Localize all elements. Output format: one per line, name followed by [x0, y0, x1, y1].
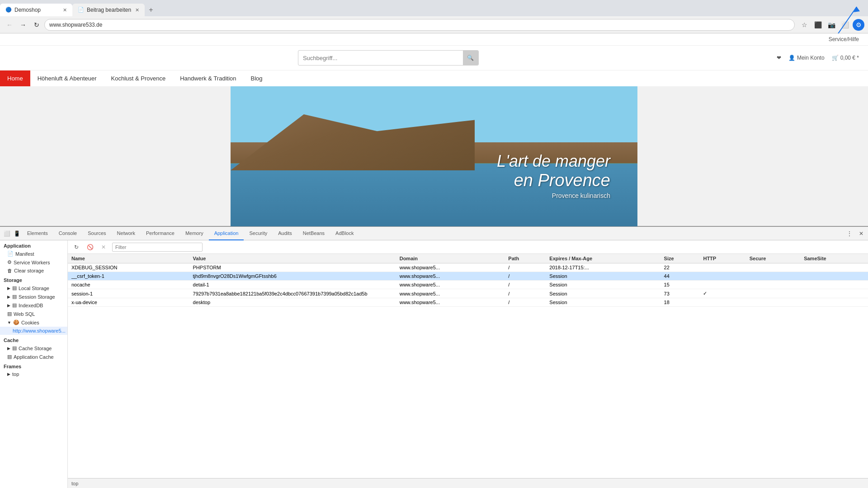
tab-beitrag[interactable]: 📄 Beitrag bearbeiten ✕ — [72, 4, 145, 16]
table-row[interactable]: XDEBUG_SESSIONPHPSTORMwww.shopware5.../2… — [68, 263, 868, 272]
table-row[interactable]: session-179297b7931ea8abbe182121ba5f039e… — [68, 289, 868, 298]
col-size[interactable]: Size — [660, 254, 700, 263]
nav-kochlust[interactable]: Kochlust & Provence — [104, 70, 173, 86]
status-text: top — [71, 481, 78, 486]
tab-performance[interactable]: Performance — [141, 227, 180, 240]
nav-blog[interactable]: Blog — [243, 70, 269, 86]
search-input[interactable] — [298, 55, 463, 61]
sidebar-app-cache[interactable]: ▤ Application Cache — [0, 352, 67, 361]
sidebar-service-workers[interactable]: ⚙ Service Workers — [0, 258, 67, 267]
table-row[interactable]: __csrf_token-1tjhd9m8nvgrO28Ds1WwfgmGFts… — [68, 272, 868, 281]
extension-icon-1[interactable]: ⬛ — [812, 19, 824, 31]
table-cell: PHPSTORM — [189, 263, 396, 272]
back-button[interactable]: ← — [4, 19, 15, 31]
bookmark-icon[interactable]: ☆ — [798, 19, 810, 31]
sidebar-websql[interactable]: ▤ Web SQL — [0, 310, 67, 318]
tab-memory[interactable]: Memory — [180, 227, 209, 240]
reload-button[interactable]: ↻ — [31, 19, 42, 31]
table-row[interactable]: nocachedetail-1www.shopware5.../Session1… — [68, 281, 868, 289]
sidebar-manifest[interactable]: 📄 Manifest — [0, 249, 67, 258]
devtools-more-icon[interactable]: ⋮ — [844, 229, 854, 239]
page-content: Service/Hilfe 🔍 ❤ 👤 Mein Konto 🛒 0,00 € … — [0, 33, 868, 259]
browser-toolbar: ← → ↻ www.shopware533.de ☆ ⬛ 📷 ⬜ ⚙ — [0, 16, 868, 33]
col-secure[interactable]: Secure — [746, 254, 800, 263]
tab-audits[interactable]: Audits — [273, 227, 297, 240]
tab-demoshop[interactable]: 🔵 Demoshop ✕ — [0, 4, 72, 16]
tab-security[interactable]: Security — [244, 227, 273, 240]
sidebar-service-workers-label: Service Workers — [14, 260, 50, 265]
tab-close-beitrag[interactable]: ✕ — [135, 7, 139, 13]
nav-bar: Home Höhenluft & Abenteuer Kochlust & Pr… — [0, 70, 868, 86]
table-cell: www.shopware5... — [396, 263, 505, 272]
sidebar-indexeddb[interactable]: ▶ ▤ IndexedDB — [0, 301, 67, 310]
hero-text: L'art de manger en Provence Provence kul… — [497, 152, 610, 199]
session-storage-icon: ▤ — [12, 294, 17, 300]
tab-elements[interactable]: Elements — [22, 227, 53, 240]
table-cell: / — [505, 298, 546, 307]
cache-storage-icon: ▤ — [12, 345, 17, 351]
table-cell — [800, 298, 868, 307]
col-expires[interactable]: Expires / Max-Age — [546, 254, 660, 263]
tab-close-demoshop[interactable]: ✕ — [63, 7, 67, 13]
col-path[interactable]: Path — [505, 254, 546, 263]
section-label-application: Application — [0, 240, 67, 249]
table-cell: ✓ — [699, 289, 745, 298]
table-cell — [746, 281, 800, 289]
tab-network[interactable]: Network — [112, 227, 141, 240]
col-domain[interactable]: Domain — [396, 254, 505, 263]
table-cell: 73 — [660, 289, 700, 298]
devtools-device-icon[interactable]: 📱 — [12, 229, 22, 239]
sidebar-local-storage[interactable]: ▶ ▤ Local Storage — [0, 284, 67, 292]
forward-button[interactable]: → — [17, 19, 29, 31]
tab-application[interactable]: Application — [209, 227, 244, 240]
filter-input[interactable] — [112, 243, 203, 252]
col-http[interactable]: HTTP — [699, 254, 745, 263]
cookies-expand-icon: ▼ — [7, 320, 11, 325]
search-button[interactable]: 🔍 — [463, 50, 478, 66]
table-cell: 2018-12-17T15:... — [546, 263, 660, 272]
col-name[interactable]: Name — [68, 254, 189, 263]
tab-sources[interactable]: Sources — [82, 227, 111, 240]
sidebar-clear-storage[interactable]: 🗑 Clear storage — [0, 267, 67, 275]
extension-icon-2[interactable]: 📷 — [826, 19, 837, 31]
cancel-btn[interactable]: ✕ — [99, 242, 108, 252]
tab-console[interactable]: Console — [53, 227, 82, 240]
new-tab-button[interactable]: + — [145, 4, 157, 16]
table-cell — [746, 289, 800, 298]
hero-subtitle: Provence kulinarisch — [497, 192, 610, 199]
table-cell: / — [505, 281, 546, 289]
section-label-frames: Frames — [0, 361, 67, 370]
sidebar-local-storage-label: Local Storage — [19, 286, 49, 291]
nav-handwerk[interactable]: Handwerk & Tradition — [173, 70, 243, 86]
devtools-close-icon[interactable]: ✕ — [856, 229, 866, 239]
cart-link[interactable]: 🛒 0,00 € * — [832, 55, 859, 61]
address-bar[interactable]: www.shopware533.de — [44, 19, 795, 31]
col-value[interactable]: Value — [189, 254, 396, 263]
settings-icon[interactable]: ⚙ — [853, 19, 864, 31]
refresh-btn[interactable]: ↻ — [71, 242, 81, 252]
clear-btn[interactable]: 🚫 — [85, 242, 95, 252]
tab-adblock[interactable]: AdBlock — [330, 227, 359, 240]
account-link[interactable]: 👤 Mein Konto — [788, 55, 825, 61]
sidebar-indexeddb-label: IndexedDB — [19, 303, 43, 308]
nav-hoehenluft[interactable]: Höhenluft & Abenteuer — [30, 70, 104, 86]
sidebar-cookies[interactable]: ▼ 🍪 Cookies — [0, 318, 67, 327]
table-cell: XDEBUG_SESSION — [68, 263, 189, 272]
table-row[interactable]: x-ua-devicedesktopwww.shopware5.../Sessi… — [68, 298, 868, 307]
sidebar-cookies-shopware[interactable]: http://www.shopware5... — [0, 327, 67, 335]
sidebar-frames-top[interactable]: ▶ top — [0, 370, 67, 378]
help-link[interactable]: Service/Hilfe — [829, 36, 859, 42]
site-topbar: Service/Hilfe — [0, 33, 868, 46]
extension-icon-3[interactable]: ⬜ — [839, 19, 851, 31]
table-cell: detail-1 — [189, 281, 396, 289]
tab-netbeans[interactable]: NetBeans — [297, 227, 330, 240]
devtools-inspect-icon[interactable]: ⬜ — [2, 229, 12, 239]
tab-label-beitrag: Beitrag bearbeiten — [87, 7, 131, 13]
nav-home[interactable]: Home — [0, 70, 30, 86]
wishlist-icon[interactable]: ❤ — [777, 55, 781, 61]
sidebar-session-storage[interactable]: ▶ ▤ Session Storage — [0, 292, 67, 301]
col-samesite[interactable]: SameSite — [800, 254, 868, 263]
cookies-table: Name Value Domain Path Expires / Max-Age… — [68, 254, 868, 307]
sidebar-cache-storage[interactable]: ▶ ▤ Cache Storage — [0, 344, 67, 352]
table-cell: session-1 — [68, 289, 189, 298]
